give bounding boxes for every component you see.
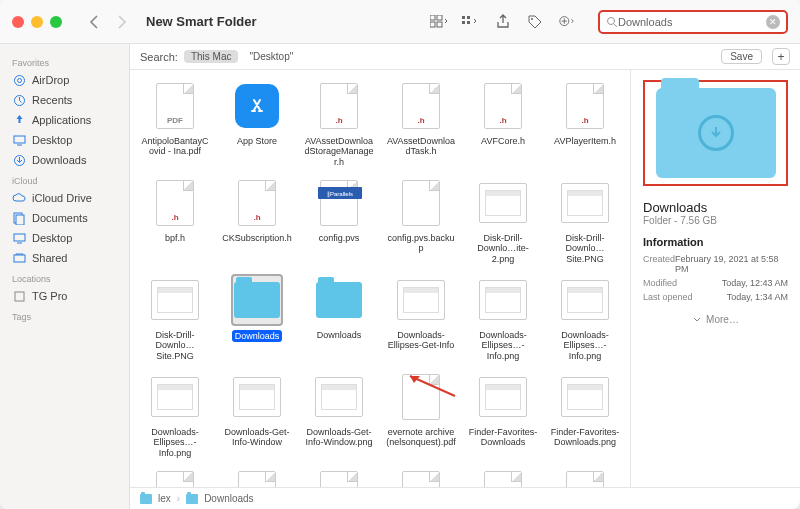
file-thumb [477,274,529,326]
sidebar-item-shared[interactable]: Shared [0,248,129,268]
file-item[interactable]: .hbpf.h [136,175,214,266]
file-item[interactable]: .h [218,466,296,487]
file-item[interactable]: .h [546,466,624,487]
file-label: bpf.h [165,233,185,243]
file-item[interactable]: Downloads-Get-Info-Window [218,369,296,460]
group-icon[interactable] [462,13,480,31]
svg-rect-5 [467,16,470,19]
file-item[interactable]: Downloads-Ellipses…-Info.png [136,369,214,460]
sidebar-item-icloud-drive[interactable]: iCloud Drive [0,188,129,208]
back-button[interactable] [84,10,104,34]
file-item[interactable]: Disk-Drill-Downlo…Site.PNG [136,272,214,363]
sidebar-item-label: Shared [32,252,67,264]
path-segment[interactable]: lex [158,493,171,504]
file-item[interactable]: ∥Parallelsconfig.pvs [300,175,378,266]
share-icon[interactable] [494,13,512,31]
view-icon-grid[interactable] [430,13,448,31]
file-item[interactable]: Downloads-Ellipses…-Info.png [464,272,542,363]
file-item[interactable]: Downloads-Get-Info-Window.png [300,369,378,460]
svg-line-11 [614,24,617,27]
sidebar-item-documents[interactable]: Documents [0,208,129,228]
sidebar: Favorites AirDrop Recents Applications D… [0,44,130,509]
info-value: Today, 1:34 AM [727,292,788,302]
file-thumb: PDF [149,80,201,132]
file-item[interactable]: .hAVAssetDownloadStorageManager.h [300,78,378,169]
file-item[interactable]: .hAVFCore.h [464,78,542,169]
maximize-button[interactable] [50,16,62,28]
file-thumb [149,274,201,326]
file-item[interactable]: Finder-Favorites-Downloads.png [546,369,624,460]
preview-info-row: ModifiedToday, 12:43 AM [643,276,788,290]
svg-point-13 [17,78,21,82]
folder-preview-icon [656,88,776,178]
file-item[interactable]: .hAVPlayerItem.h [546,78,624,169]
add-criteria-button[interactable]: + [772,48,790,65]
file-label: config.pvs.backup [385,233,457,254]
desktop-icon [12,231,26,245]
file-label: Finder-Favorites-Downloads [467,427,539,448]
svg-rect-0 [430,15,435,20]
svg-rect-15 [14,136,25,143]
file-item[interactable]: PDFAntipoloBantayCovid - Ina.pdf [136,78,214,169]
file-item[interactable]: .hAVAssetDownloadTask.h [382,78,460,169]
search-field[interactable]: ✕ [598,10,788,34]
file-item[interactable]: Downloads-Ellipses…-Info.png [546,272,624,363]
file-thumb [231,274,283,326]
file-item[interactable]: .h [136,466,214,487]
file-item[interactable]: .h [382,466,460,487]
scope-this-mac[interactable]: This Mac [184,50,239,63]
file-item[interactable]: .h [464,466,542,487]
location-icon [12,289,26,303]
path-segment[interactable]: Downloads [204,493,253,504]
svg-point-12 [14,75,24,85]
file-thumb [559,274,611,326]
clear-search-button[interactable]: ✕ [766,15,780,29]
sidebar-item-label: Documents [32,212,88,224]
sidebar-item-desktop[interactable]: Desktop [0,130,129,150]
svg-rect-20 [14,255,25,262]
path-bar: lex › Downloads [130,487,800,509]
main-area: Search: This Mac "Desktop" Save + PDFAnt… [130,44,800,509]
save-button[interactable]: Save [721,49,762,64]
file-item[interactable]: Disk-Drill-Downlo…ite-2.png [464,175,542,266]
path-separator: › [177,493,180,504]
sidebar-item-airdrop[interactable]: AirDrop [0,70,129,90]
sidebar-item-applications[interactable]: Applications [0,110,129,130]
file-label: AVAssetDownloadTask.h [385,136,457,157]
sidebar-item-label: Desktop [32,232,72,244]
file-item[interactable]: App Store [218,78,296,169]
sidebar-item-label: iCloud Drive [32,192,92,204]
file-item[interactable]: Finder-Favorites-Downloads [464,369,542,460]
sidebar-item-recents[interactable]: Recents [0,90,129,110]
window-title: New Smart Folder [146,14,257,29]
sidebar-item-tgpro[interactable]: TG Pro [0,286,129,306]
downloads-icon [12,153,26,167]
file-thumb [395,274,447,326]
titlebar: New Smart Folder ✕ [0,0,800,44]
preview-info-row: Last openedToday, 1:34 AM [643,290,788,304]
scope-desktop[interactable]: "Desktop" [244,50,298,63]
file-item[interactable]: Downloads-Ellipses-Get-Info [382,272,460,363]
search-input[interactable] [618,16,766,28]
actions-icon[interactable] [558,13,576,31]
file-item[interactable]: .h [300,466,378,487]
close-button[interactable] [12,16,24,28]
file-label: Downloads [232,330,283,342]
folder-icon [186,494,198,504]
file-item[interactable]: Downloads [300,272,378,363]
forward-button[interactable] [112,10,132,34]
file-item[interactable]: Disk-Drill-Downlo…Site.PNG [546,175,624,266]
sidebar-item-desktop-icloud[interactable]: Desktop [0,228,129,248]
search-scope-bar: Search: This Mac "Desktop" Save + [130,44,800,70]
file-thumb: .h [477,80,529,132]
file-item[interactable]: evernote archive (nelsonquest).pdf [382,369,460,460]
preview-more-button[interactable]: More… [643,314,788,325]
sidebar-item-downloads[interactable]: Downloads [0,150,129,170]
sidebar-item-label: TG Pro [32,290,67,302]
tag-icon[interactable] [526,13,544,31]
file-item[interactable]: config.pvs.backup [382,175,460,266]
file-item[interactable]: .hCKSubscription.h [218,175,296,266]
file-label: AntipoloBantayCovid - Ina.pdf [139,136,211,157]
file-item[interactable]: Downloads [218,272,296,363]
minimize-button[interactable] [31,16,43,28]
